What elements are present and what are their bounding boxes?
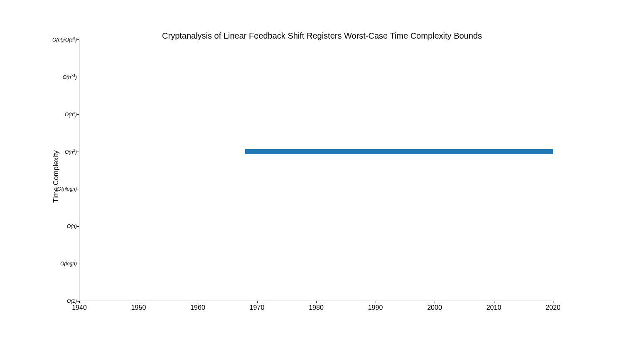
y-tick-label: O(n) (67, 223, 77, 229)
x-tick-label: 1950 (131, 304, 146, 311)
y-tick-label: O(1) (67, 298, 77, 304)
x-tick-mark (139, 301, 139, 303)
x-tick-label: 1980 (309, 304, 324, 311)
y-tick-label: O(n!)/O(cn) (52, 36, 77, 43)
x-tick-mark (376, 301, 376, 303)
y-axis-label: Time Complexity (52, 150, 60, 203)
y-tick-mark (77, 114, 79, 115)
x-tick-mark (553, 301, 553, 303)
plot-area: O(1)O(logn)O(n)O(nlogn)O(n2)O(n3)O(n>3)O… (79, 39, 553, 301)
x-tick-mark (257, 301, 258, 303)
x-tick-mark (494, 301, 494, 303)
y-tick-mark (77, 77, 79, 77)
y-tick-label: O(nlogn) (57, 186, 77, 192)
y-tick-label: O(n3) (65, 111, 77, 118)
x-tick-mark (316, 301, 317, 303)
y-tick-label: O(n2) (65, 148, 77, 155)
y-tick-label: O(logn) (60, 261, 77, 267)
chart-container: Cryptanalysis of Linear Feedback Shift R… (0, 0, 644, 353)
series-line (245, 149, 553, 154)
x-tick-label: 2000 (427, 304, 442, 311)
x-tick-label: 1990 (368, 304, 383, 311)
x-tick-mark (198, 301, 198, 303)
x-tick-mark (435, 301, 435, 303)
x-tick-label: 2020 (546, 304, 560, 311)
x-tick-label: 1940 (72, 304, 87, 311)
y-tick-mark (77, 189, 79, 189)
x-tick-label: 2010 (487, 304, 501, 311)
y-tick-mark (77, 152, 79, 152)
x-tick-label: 1960 (190, 304, 205, 311)
x-tick-mark (79, 301, 80, 303)
y-tick-label: O(n>3) (63, 74, 77, 80)
y-tick-mark (77, 39, 79, 40)
y-tick-mark (77, 264, 79, 264)
x-tick-label: 1970 (250, 304, 265, 311)
y-tick-mark (77, 226, 79, 227)
